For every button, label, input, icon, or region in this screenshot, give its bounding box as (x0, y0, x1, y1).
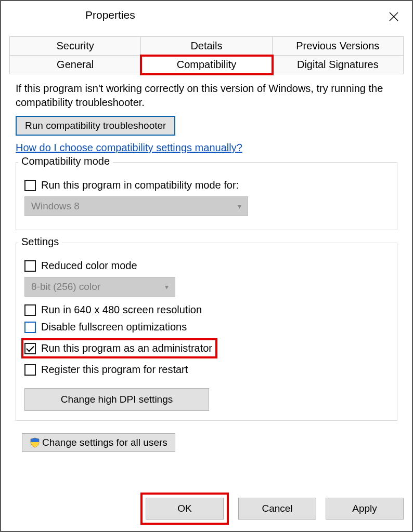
checkbox-disable-fullscreen[interactable] (24, 322, 36, 333)
checkbox-run-as-admin[interactable] (24, 343, 36, 354)
checkbox-register-restart[interactable] (24, 364, 36, 376)
intro-text: If this program isn't working correctly … (16, 82, 397, 110)
checkbox-compat-mode-label: Run this program in compatibility mode f… (41, 179, 239, 191)
checkbox-reduced-color[interactable] (24, 260, 36, 272)
properties-dialog: Properties Security Details Previous Ver… (0, 0, 413, 532)
settings-group: Settings Reduced color mode 8-bit (256) … (16, 243, 397, 421)
ok-button[interactable]: OK (146, 498, 224, 520)
run-troubleshooter-button[interactable]: Run compatibility troubleshooter (16, 116, 175, 136)
window-title: Properties (85, 9, 135, 21)
compat-os-select-value: Windows 8 (31, 201, 80, 212)
tab-strip: Security Details Previous Versions Gener… (9, 36, 404, 74)
color-depth-select: 8-bit (256) color ▾ (24, 277, 175, 297)
change-dpi-button[interactable]: Change high DPI settings (24, 388, 209, 411)
chevron-down-icon: ▾ (238, 202, 241, 210)
tab-general[interactable]: General (9, 56, 141, 74)
change-all-users-label: Change settings for all users (42, 437, 167, 448)
dialog-button-bar: OK Cancel Apply (140, 493, 404, 525)
titlebar: Properties (1, 1, 412, 29)
tab-compatibility[interactable]: Compatibility (141, 56, 272, 74)
checkbox-reduced-color-label: Reduced color mode (41, 260, 137, 272)
compat-os-select: Windows 8 ▾ (24, 196, 248, 216)
run-as-admin-highlight: Run this program as an administrator (21, 338, 217, 358)
group-label-compat: Compatibility mode (18, 155, 113, 167)
tab-digital-signatures[interactable]: Digital Signatures (273, 56, 404, 74)
chevron-down-icon: ▾ (165, 283, 169, 291)
change-all-users-button[interactable]: Change settings for all users (22, 433, 175, 452)
tab-details[interactable]: Details (141, 36, 272, 56)
checkbox-640x480-label: Run in 640 x 480 screen resolution (41, 304, 202, 316)
group-label-settings: Settings (18, 236, 62, 248)
help-link[interactable]: How do I choose compatibility settings m… (16, 142, 242, 154)
checkbox-compat-mode[interactable] (24, 180, 36, 191)
checkbox-register-restart-label: Register this program for restart (41, 364, 188, 376)
tab-security[interactable]: Security (9, 36, 141, 56)
color-depth-select-value: 8-bit (256) color (31, 281, 100, 292)
shield-icon (30, 437, 40, 448)
cancel-button[interactable]: Cancel (238, 498, 316, 520)
tab-content: If this program isn't working correctly … (16, 82, 397, 452)
apply-button[interactable]: Apply (326, 498, 404, 520)
close-button[interactable] (383, 6, 405, 28)
ok-highlight: OK (140, 493, 229, 525)
close-icon (389, 9, 399, 25)
checkbox-run-as-admin-label: Run this program as an administrator (41, 342, 212, 354)
checkbox-disable-fullscreen-label: Disable fullscreen optimizations (41, 321, 187, 333)
compatibility-mode-group: Compatibility mode Run this program in c… (16, 162, 397, 230)
tab-previous-versions[interactable]: Previous Versions (273, 36, 404, 56)
checkbox-640x480[interactable] (24, 304, 36, 316)
